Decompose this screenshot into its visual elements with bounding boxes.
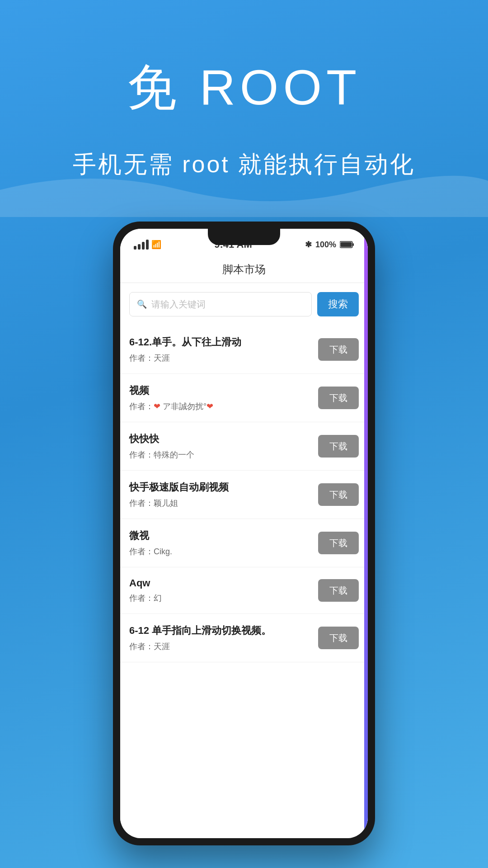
script-author: 作者：天涯 <box>129 641 318 652</box>
script-author: 作者：幻 <box>129 593 318 604</box>
script-author: 作者：Cikg. <box>129 546 318 557</box>
download-button[interactable]: 下载 <box>318 435 359 458</box>
list-item: 快快快 作者：特殊的一个 下载 <box>120 422 368 471</box>
status-right: ✱ 100% <box>305 240 354 250</box>
download-button[interactable]: 下载 <box>318 387 359 409</box>
script-author: 作者：❤ ︎ア非誠勿扰°❤ <box>129 401 318 412</box>
search-icon: 🔍 <box>137 299 147 309</box>
script-author: 作者：颖儿姐 <box>129 498 318 509</box>
list-item: 6-12 单手指向上滑动切换视频。 作者：天涯 下载 <box>120 614 368 662</box>
screen-content: 🔍 请输入关键词 搜索 6-12.单手。从下往上滑动 作者：天涯 下载 <box>120 283 368 838</box>
download-button[interactable]: 下载 <box>318 338 359 361</box>
download-button[interactable]: 下载 <box>318 579 359 602</box>
script-author: 作者：天涯 <box>129 353 318 363</box>
side-accent-bar <box>364 229 368 838</box>
download-button[interactable]: 下载 <box>318 483 359 506</box>
wave-decoration <box>0 163 488 217</box>
download-button[interactable]: 下载 <box>318 627 359 649</box>
app-header: 脚本市场 <box>120 256 368 283</box>
heart-icon-2: ❤ <box>206 402 213 411</box>
script-list: 6-12.单手。从下往上滑动 作者：天涯 下载 视频 作者：❤ ︎ア非誠勿扰°❤ <box>120 326 368 838</box>
hero-section: 免 ROOT 手机无需 root 就能执行自动化 <box>0 0 488 180</box>
list-item: Aqw 作者：幻 下载 <box>120 567 368 614</box>
script-info: 6-12 单手指向上滑动切换视频。 作者：天涯 <box>129 624 318 652</box>
script-name: Aqw <box>129 577 318 589</box>
signal-bar-4 <box>146 240 149 250</box>
script-author: 作者：特殊的一个 <box>129 449 318 460</box>
search-section: 🔍 请输入关键词 搜索 <box>120 283 368 326</box>
phone-screen: 📶 9:41 AM ✱ 100% 脚本市场 <box>120 229 368 838</box>
list-item: 微视 作者：Cikg. 下载 <box>120 519 368 567</box>
download-button[interactable]: 下载 <box>318 532 359 554</box>
app-header-title: 脚本市场 <box>222 262 266 277</box>
search-input-wrapper[interactable]: 🔍 请输入关键词 <box>129 292 312 316</box>
list-item: 视频 作者：❤ ︎ア非誠勿扰°❤ 下载 <box>120 374 368 422</box>
status-left: 📶 <box>134 240 161 250</box>
svg-rect-1 <box>352 243 354 246</box>
script-info: 快手极速版自动刷视频 作者：颖儿姐 <box>129 481 318 509</box>
signal-bar-3 <box>142 242 145 250</box>
phone-mockup: 📶 9:41 AM ✱ 100% 脚本市场 <box>113 222 375 845</box>
svg-rect-2 <box>341 242 352 247</box>
script-name: 6-12.单手。从下往上滑动 <box>129 335 318 349</box>
script-info: 视频 作者：❤ ︎ア非誠勿扰°❤ <box>129 384 318 412</box>
heart-icon: ❤ <box>154 402 160 411</box>
phone-notch <box>208 229 280 245</box>
script-name: 微视 <box>129 529 318 542</box>
battery-icon <box>340 241 354 249</box>
script-info: 微视 作者：Cikg. <box>129 529 318 557</box>
battery-percent: 100% <box>315 240 336 250</box>
bluetooth-icon: ✱ <box>305 240 312 250</box>
wifi-icon: 📶 <box>151 240 161 250</box>
search-button[interactable]: 搜索 <box>317 292 359 316</box>
script-info: 6-12.单手。从下往上滑动 作者：天涯 <box>129 335 318 363</box>
script-info: Aqw 作者：幻 <box>129 577 318 604</box>
list-item: 快手极速版自动刷视频 作者：颖儿姐 下载 <box>120 471 368 519</box>
script-name: 快快快 <box>129 432 318 446</box>
signal-bars-icon <box>134 240 149 250</box>
script-name: 快手极速版自动刷视频 <box>129 481 318 494</box>
search-placeholder: 请输入关键词 <box>151 298 206 311</box>
signal-bar-1 <box>134 246 136 250</box>
script-name: 视频 <box>129 384 318 397</box>
hero-title: 免 ROOT <box>0 54 488 122</box>
signal-bar-2 <box>138 244 141 250</box>
script-name: 6-12 单手指向上滑动切换视频。 <box>129 624 318 637</box>
phone-frame: 📶 9:41 AM ✱ 100% 脚本市场 <box>113 222 375 845</box>
script-info: 快快快 作者：特殊的一个 <box>129 432 318 460</box>
list-item: 6-12.单手。从下往上滑动 作者：天涯 下载 <box>120 326 368 374</box>
